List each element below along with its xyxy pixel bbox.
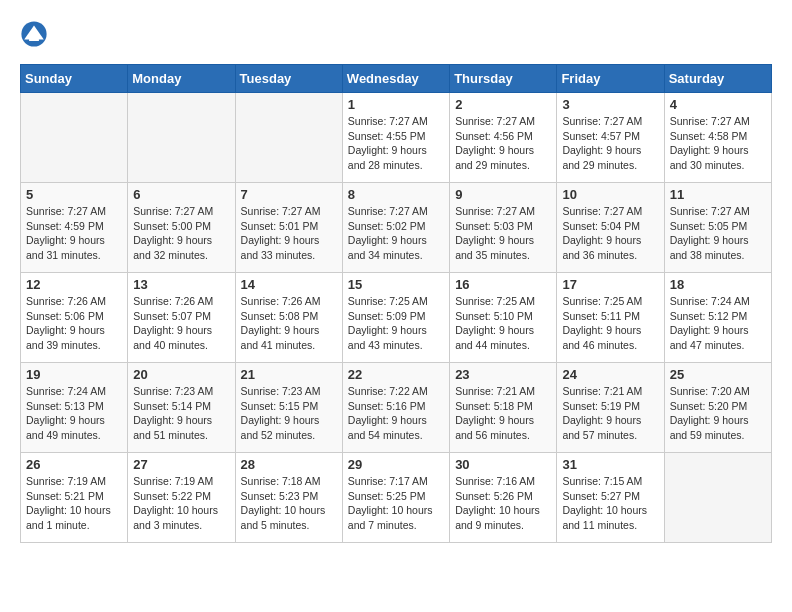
calendar-week-row: 26Sunrise: 7:19 AM Sunset: 5:21 PM Dayli… (21, 453, 772, 543)
calendar-cell: 15Sunrise: 7:25 AM Sunset: 5:09 PM Dayli… (342, 273, 449, 363)
day-number: 1 (348, 97, 444, 112)
day-number: 31 (562, 457, 658, 472)
calendar-cell (128, 93, 235, 183)
calendar-cell: 31Sunrise: 7:15 AM Sunset: 5:27 PM Dayli… (557, 453, 664, 543)
calendar-cell: 6Sunrise: 7:27 AM Sunset: 5:00 PM Daylig… (128, 183, 235, 273)
calendar-cell (21, 93, 128, 183)
day-info: Sunrise: 7:26 AM Sunset: 5:08 PM Dayligh… (241, 294, 337, 353)
calendar-cell: 14Sunrise: 7:26 AM Sunset: 5:08 PM Dayli… (235, 273, 342, 363)
calendar-cell: 22Sunrise: 7:22 AM Sunset: 5:16 PM Dayli… (342, 363, 449, 453)
calendar-cell: 30Sunrise: 7:16 AM Sunset: 5:26 PM Dayli… (450, 453, 557, 543)
calendar-cell: 29Sunrise: 7:17 AM Sunset: 5:25 PM Dayli… (342, 453, 449, 543)
day-number: 3 (562, 97, 658, 112)
day-number: 20 (133, 367, 229, 382)
day-number: 15 (348, 277, 444, 292)
calendar-cell: 11Sunrise: 7:27 AM Sunset: 5:05 PM Dayli… (664, 183, 771, 273)
day-number: 7 (241, 187, 337, 202)
day-info: Sunrise: 7:27 AM Sunset: 5:05 PM Dayligh… (670, 204, 766, 263)
calendar-cell: 19Sunrise: 7:24 AM Sunset: 5:13 PM Dayli… (21, 363, 128, 453)
day-number: 16 (455, 277, 551, 292)
day-info: Sunrise: 7:25 AM Sunset: 5:10 PM Dayligh… (455, 294, 551, 353)
day-info: Sunrise: 7:27 AM Sunset: 4:56 PM Dayligh… (455, 114, 551, 173)
calendar-cell: 24Sunrise: 7:21 AM Sunset: 5:19 PM Dayli… (557, 363, 664, 453)
day-info: Sunrise: 7:27 AM Sunset: 5:04 PM Dayligh… (562, 204, 658, 263)
col-header-saturday: Saturday (664, 65, 771, 93)
calendar-cell (664, 453, 771, 543)
calendar-cell: 17Sunrise: 7:25 AM Sunset: 5:11 PM Dayli… (557, 273, 664, 363)
day-number: 6 (133, 187, 229, 202)
calendar-cell: 10Sunrise: 7:27 AM Sunset: 5:04 PM Dayli… (557, 183, 664, 273)
day-info: Sunrise: 7:27 AM Sunset: 4:58 PM Dayligh… (670, 114, 766, 173)
calendar-header-row: SundayMondayTuesdayWednesdayThursdayFrid… (21, 65, 772, 93)
day-info: Sunrise: 7:15 AM Sunset: 5:27 PM Dayligh… (562, 474, 658, 533)
calendar-cell: 9Sunrise: 7:27 AM Sunset: 5:03 PM Daylig… (450, 183, 557, 273)
day-info: Sunrise: 7:26 AM Sunset: 5:06 PM Dayligh… (26, 294, 122, 353)
calendar-cell: 8Sunrise: 7:27 AM Sunset: 5:02 PM Daylig… (342, 183, 449, 273)
calendar-cell: 4Sunrise: 7:27 AM Sunset: 4:58 PM Daylig… (664, 93, 771, 183)
calendar-cell: 1Sunrise: 7:27 AM Sunset: 4:55 PM Daylig… (342, 93, 449, 183)
col-header-tuesday: Tuesday (235, 65, 342, 93)
calendar-cell: 25Sunrise: 7:20 AM Sunset: 5:20 PM Dayli… (664, 363, 771, 453)
calendar-cell: 13Sunrise: 7:26 AM Sunset: 5:07 PM Dayli… (128, 273, 235, 363)
day-number: 12 (26, 277, 122, 292)
logo (20, 20, 52, 48)
calendar-cell: 21Sunrise: 7:23 AM Sunset: 5:15 PM Dayli… (235, 363, 342, 453)
day-number: 9 (455, 187, 551, 202)
calendar-cell: 7Sunrise: 7:27 AM Sunset: 5:01 PM Daylig… (235, 183, 342, 273)
day-number: 30 (455, 457, 551, 472)
day-info: Sunrise: 7:23 AM Sunset: 5:14 PM Dayligh… (133, 384, 229, 443)
day-number: 4 (670, 97, 766, 112)
day-info: Sunrise: 7:19 AM Sunset: 5:21 PM Dayligh… (26, 474, 122, 533)
page-header (20, 20, 772, 48)
day-info: Sunrise: 7:16 AM Sunset: 5:26 PM Dayligh… (455, 474, 551, 533)
day-number: 10 (562, 187, 658, 202)
calendar-cell: 20Sunrise: 7:23 AM Sunset: 5:14 PM Dayli… (128, 363, 235, 453)
day-number: 22 (348, 367, 444, 382)
day-number: 24 (562, 367, 658, 382)
logo-icon (20, 20, 48, 48)
day-info: Sunrise: 7:27 AM Sunset: 4:59 PM Dayligh… (26, 204, 122, 263)
calendar-cell: 27Sunrise: 7:19 AM Sunset: 5:22 PM Dayli… (128, 453, 235, 543)
day-number: 28 (241, 457, 337, 472)
day-number: 25 (670, 367, 766, 382)
day-number: 23 (455, 367, 551, 382)
calendar-cell: 18Sunrise: 7:24 AM Sunset: 5:12 PM Dayli… (664, 273, 771, 363)
day-number: 27 (133, 457, 229, 472)
col-header-sunday: Sunday (21, 65, 128, 93)
calendar-cell: 12Sunrise: 7:26 AM Sunset: 5:06 PM Dayli… (21, 273, 128, 363)
calendar-week-row: 12Sunrise: 7:26 AM Sunset: 5:06 PM Dayli… (21, 273, 772, 363)
day-number: 18 (670, 277, 766, 292)
day-number: 8 (348, 187, 444, 202)
day-info: Sunrise: 7:27 AM Sunset: 4:57 PM Dayligh… (562, 114, 658, 173)
day-info: Sunrise: 7:27 AM Sunset: 5:01 PM Dayligh… (241, 204, 337, 263)
day-info: Sunrise: 7:20 AM Sunset: 5:20 PM Dayligh… (670, 384, 766, 443)
calendar-cell: 23Sunrise: 7:21 AM Sunset: 5:18 PM Dayli… (450, 363, 557, 453)
calendar-cell: 5Sunrise: 7:27 AM Sunset: 4:59 PM Daylig… (21, 183, 128, 273)
day-number: 14 (241, 277, 337, 292)
col-header-monday: Monday (128, 65, 235, 93)
calendar-cell: 26Sunrise: 7:19 AM Sunset: 5:21 PM Dayli… (21, 453, 128, 543)
day-info: Sunrise: 7:27 AM Sunset: 5:03 PM Dayligh… (455, 204, 551, 263)
day-info: Sunrise: 7:23 AM Sunset: 5:15 PM Dayligh… (241, 384, 337, 443)
calendar-week-row: 19Sunrise: 7:24 AM Sunset: 5:13 PM Dayli… (21, 363, 772, 453)
calendar-week-row: 5Sunrise: 7:27 AM Sunset: 4:59 PM Daylig… (21, 183, 772, 273)
day-info: Sunrise: 7:19 AM Sunset: 5:22 PM Dayligh… (133, 474, 229, 533)
day-info: Sunrise: 7:27 AM Sunset: 5:02 PM Dayligh… (348, 204, 444, 263)
day-info: Sunrise: 7:22 AM Sunset: 5:16 PM Dayligh… (348, 384, 444, 443)
col-header-thursday: Thursday (450, 65, 557, 93)
col-header-friday: Friday (557, 65, 664, 93)
day-number: 5 (26, 187, 122, 202)
day-info: Sunrise: 7:26 AM Sunset: 5:07 PM Dayligh… (133, 294, 229, 353)
calendar-week-row: 1Sunrise: 7:27 AM Sunset: 4:55 PM Daylig… (21, 93, 772, 183)
day-number: 21 (241, 367, 337, 382)
day-info: Sunrise: 7:21 AM Sunset: 5:19 PM Dayligh… (562, 384, 658, 443)
calendar-cell: 16Sunrise: 7:25 AM Sunset: 5:10 PM Dayli… (450, 273, 557, 363)
day-number: 13 (133, 277, 229, 292)
calendar-cell: 2Sunrise: 7:27 AM Sunset: 4:56 PM Daylig… (450, 93, 557, 183)
calendar-cell: 3Sunrise: 7:27 AM Sunset: 4:57 PM Daylig… (557, 93, 664, 183)
calendar-table: SundayMondayTuesdayWednesdayThursdayFrid… (20, 64, 772, 543)
col-header-wednesday: Wednesday (342, 65, 449, 93)
day-info: Sunrise: 7:25 AM Sunset: 5:09 PM Dayligh… (348, 294, 444, 353)
day-number: 19 (26, 367, 122, 382)
day-number: 2 (455, 97, 551, 112)
